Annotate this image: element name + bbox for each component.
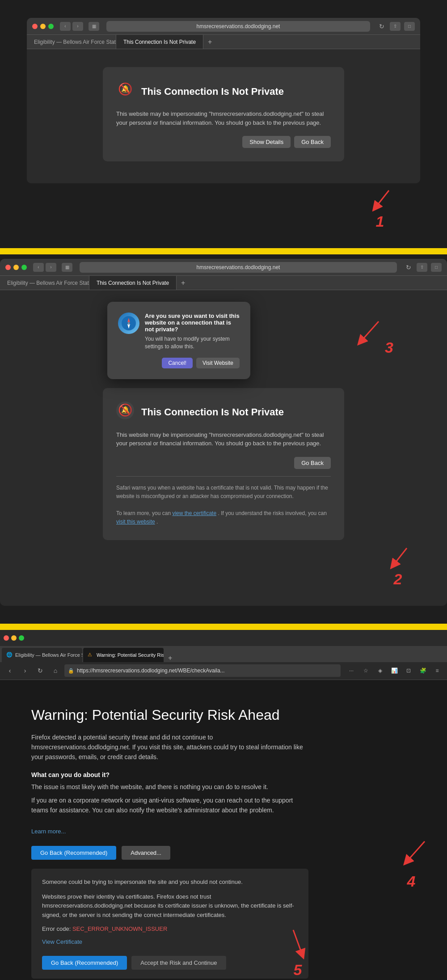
firefox-window: 🌐 Eligibility — Bellows Air Force S... ✕… xyxy=(0,630,447,980)
ff-main-buttons-area: Go Back (Recommended) Advanced... 4 xyxy=(31,846,416,860)
annotation-number-3: 3 xyxy=(385,339,393,356)
ff-forward-button[interactable]: › xyxy=(19,664,31,677)
ff-go-back-recommended-button[interactable]: Go Back (Recommended) xyxy=(31,846,116,860)
svg-text:🔕: 🔕 xyxy=(118,403,133,417)
go-back-button-1[interactable]: Go Back xyxy=(294,136,331,148)
section1: ‹ › ▦ hmsrecreservations.dodlodging.net … xyxy=(0,0,447,248)
ff-menu-btn[interactable]: ··· xyxy=(345,664,358,677)
ff-pocket-btn[interactable]: ◈ xyxy=(374,664,386,677)
back-button[interactable]: ‹ xyxy=(60,22,71,31)
minimize-button[interactable] xyxy=(40,24,46,29)
warning-body-2: This website may be impersonating "hmsre… xyxy=(116,431,331,448)
ff-minimize-button[interactable] xyxy=(11,635,17,641)
ff-traffic-lights xyxy=(4,635,24,641)
ff-overflow-btn[interactable]: ≡ xyxy=(431,664,443,677)
arrow-1-icon xyxy=(367,186,393,213)
firefox-titlebar xyxy=(0,630,447,646)
ff-maximize-button[interactable] xyxy=(19,635,24,641)
dialog-text: Are you sure you want to visit this webs… xyxy=(145,313,240,351)
ff-nav-bar: ‹ › ↻ ⌂ 🔒 https://hmsrecreservations.dod… xyxy=(0,662,447,680)
address-bar-2[interactable]: hmsrecreservations.dodlodging.net xyxy=(80,262,397,273)
maximize-button-2[interactable] xyxy=(21,265,27,270)
ff-main-buttons: Go Back (Recommended) Advanced... xyxy=(31,846,416,860)
traffic-lights-1 xyxy=(32,24,54,29)
tab-view-button-2[interactable]: ▦ xyxy=(62,263,72,272)
ff-close-button[interactable] xyxy=(4,635,9,641)
tab-eligibility-1[interactable]: Eligibility — Bellows Air Force Station xyxy=(27,35,116,49)
safari-dialog: Are you sure you want to visit this webs… xyxy=(107,302,250,379)
details-para-2: To learn more, you can view the certific… xyxy=(116,509,331,526)
ff-address-bar[interactable]: 🔒 https://hmsrecreservations.dodlodging.… xyxy=(64,664,341,677)
close-button-2[interactable] xyxy=(5,265,11,270)
forward-button[interactable]: › xyxy=(72,22,83,31)
ff-go-back-recommended-button-2[interactable]: Go Back (Recommended) xyxy=(42,956,127,970)
ff-accept-risk-button[interactable]: Accept the Risk and Continue xyxy=(131,956,226,970)
compass-icon xyxy=(118,313,139,334)
dialog-title: Are you sure you want to visit this webs… xyxy=(145,313,240,333)
annotation-area-1: 1 xyxy=(27,186,420,230)
add-tab-button-1[interactable]: + xyxy=(203,35,216,49)
annotation-number-5: 5 xyxy=(294,961,302,979)
reload-button-2[interactable]: ↻ xyxy=(404,264,413,271)
details-para-1: Safari warns you when a website has a ce… xyxy=(116,484,331,501)
safari-window-2: ‹ › ▦ hmsrecreservations.dodlodging.net … xyxy=(0,259,447,606)
details-text-4: . xyxy=(156,519,158,525)
ff-lock-icon: 🔒 xyxy=(68,668,74,674)
tab-view-button[interactable]: ▦ xyxy=(89,22,99,31)
arrow-2-icon xyxy=(384,544,411,570)
go-back-button-2[interactable]: Go Back xyxy=(294,457,331,469)
add-tab-button-2[interactable]: + xyxy=(177,276,190,290)
ff-learn-more-link[interactable]: Learn more... xyxy=(31,828,66,835)
annotation-2-area: 2 xyxy=(27,544,420,588)
tab-eligibility-2[interactable]: Eligibility — Bellows Air Force Station xyxy=(0,276,89,290)
warning-card-1: 🔕 This Connection Is Not Private This we… xyxy=(103,67,344,161)
ff-bookmark-btn[interactable]: ☆ xyxy=(359,664,372,677)
traffic-lights-2 xyxy=(5,265,27,270)
new-tab-button-icon[interactable]: □ xyxy=(404,22,415,31)
section3: 🌐 Eligibility — Bellows Air Force S... ✕… xyxy=(0,630,447,980)
ff-tab-2-label: Warning: Potential Security Ris... xyxy=(97,652,164,658)
ff-sync-btn[interactable]: ⊡ xyxy=(402,664,415,677)
share-button[interactable]: ⇧ xyxy=(390,22,401,31)
warning-details: Safari warns you when a website has a ce… xyxy=(116,476,331,527)
ff-advanced-button[interactable]: Advanced... xyxy=(122,846,170,860)
warning-card-2: 🔕 This Connection Is Not Private This we… xyxy=(103,388,344,540)
ff-tab-warning[interactable]: ⚠ Warning: Potential Security Ris... ✕ xyxy=(83,648,164,662)
ff-back-button[interactable]: ‹ xyxy=(4,664,16,677)
share-button-2[interactable]: ⇧ xyxy=(417,263,427,272)
ff-error-code-link[interactable]: SEC_ERROR_UNKNOWN_ISSUER xyxy=(72,925,167,932)
cancel-button[interactable]: Cancel! xyxy=(162,358,193,368)
ff-extensions-btn[interactable]: 🧩 xyxy=(417,664,429,677)
view-certificate-link-1[interactable]: view the certificate xyxy=(172,510,216,516)
maximize-button[interactable] xyxy=(48,24,54,29)
ff-tab-eligibility[interactable]: 🌐 Eligibility — Bellows Air Force S... ✕ xyxy=(2,648,82,662)
back-button-2[interactable]: ‹ xyxy=(33,263,44,272)
minimize-button-2[interactable] xyxy=(13,265,19,270)
address-bar-1[interactable]: hmsrecreservations.dodlodging.net xyxy=(106,21,370,32)
ff-reload-button[interactable]: ↻ xyxy=(34,664,46,677)
tab-bar-2: Eligibility — Bellows Air Force Station … xyxy=(0,276,447,290)
tab-connection-warning-1[interactable]: This Connection Is Not Private xyxy=(116,35,203,49)
close-button[interactable] xyxy=(32,24,38,29)
ff-bottom-buttons: Go Back (Recommended) Accept the Risk an… xyxy=(42,956,298,970)
new-tab-button-icon-2[interactable]: □ xyxy=(431,263,442,272)
details-text-3: . If you understand the risks involved, … xyxy=(218,510,326,516)
svg-line-10 xyxy=(393,548,407,565)
ff-screenshot-btn[interactable]: 📊 xyxy=(388,664,401,677)
forward-button-2[interactable]: › xyxy=(46,263,56,272)
ff-tab-bar: 🌐 Eligibility — Bellows Air Force S... ✕… xyxy=(0,646,447,662)
visit-website-button[interactable]: Visit Website xyxy=(196,358,240,368)
tab-connection-warning-2[interactable]: This Connection Is Not Private xyxy=(89,276,177,290)
annotation-3-area: 3 xyxy=(347,317,393,356)
view-certificate-link-ff[interactable]: View Certificate xyxy=(42,938,82,945)
ff-home-button[interactable]: ⌂ xyxy=(49,664,62,677)
nav-buttons-2: ‹ › xyxy=(33,263,56,272)
svg-line-12 xyxy=(293,930,302,955)
address-text-1: hmsrecreservations.dodlodging.net xyxy=(197,23,280,30)
visit-website-link[interactable]: visit this website xyxy=(116,519,155,525)
show-details-button[interactable]: Show Details xyxy=(242,136,291,148)
reload-button-1[interactable]: ↻ xyxy=(377,23,386,30)
safari-content-2: 🔕 This Connection Is Not Private This we… xyxy=(0,388,447,606)
tab-bar-1: Eligibility — Bellows Air Force Station … xyxy=(27,35,420,49)
ff-add-tab[interactable]: + xyxy=(164,654,176,662)
